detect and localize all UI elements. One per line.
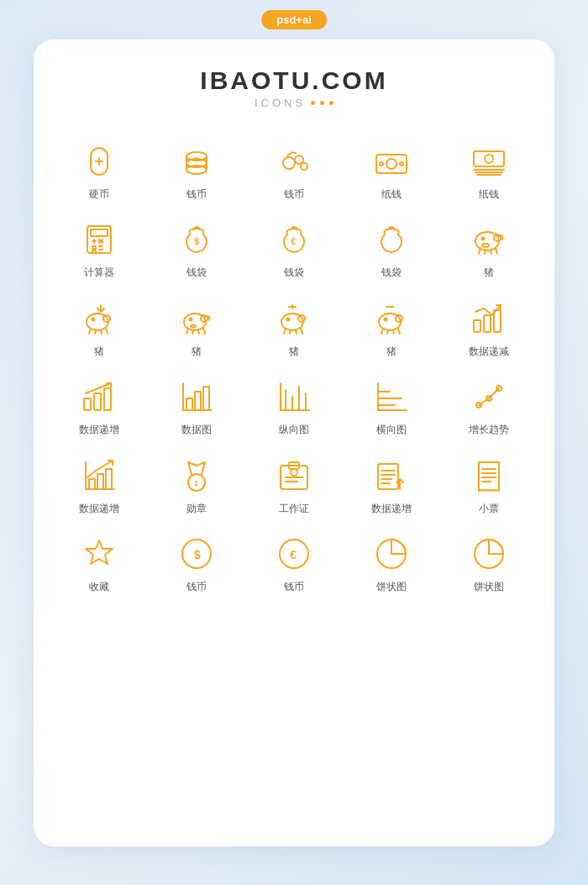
svg-rect-93	[195, 392, 201, 410]
svg-rect-114	[97, 474, 103, 489]
svg-line-62	[203, 329, 205, 334]
icon-cell-calculator: 计算器	[50, 208, 148, 287]
svg-line-79	[398, 329, 400, 334]
icon-cell-data-increase4: 数据递增	[343, 444, 440, 523]
svg-rect-22	[91, 229, 108, 236]
svg-text:1: 1	[194, 479, 198, 487]
svg-point-67	[287, 318, 290, 320]
icon-cell-pig-minus: 猪	[343, 287, 440, 366]
icon-cell-data-increase2: 数据递增	[50, 365, 148, 444]
svg-line-71	[301, 329, 302, 334]
svg-line-77	[387, 330, 388, 334]
svg-line-53	[106, 329, 108, 334]
svg-rect-16	[474, 151, 504, 166]
svg-line-109	[479, 398, 489, 405]
svg-rect-87	[104, 388, 111, 410]
svg-text:€: €	[291, 236, 296, 246]
icon-cell-receipt: 小票	[440, 444, 538, 523]
icon-cell-coin-slot: 硬币	[50, 129, 148, 208]
icon-cell-data-decrease: 数据递减	[440, 287, 538, 366]
svg-point-75	[385, 318, 387, 320]
svg-line-59	[186, 329, 188, 334]
card-subtitle: ICONS	[255, 97, 333, 109]
icon-cell-moneybag-euro: € 钱袋	[245, 208, 343, 287]
svg-line-70	[296, 330, 297, 334]
icon-cell-piggy-plain: 猪	[440, 208, 538, 287]
svg-line-43	[491, 250, 491, 254]
svg-text:€: €	[290, 548, 297, 561]
svg-line-44	[496, 248, 497, 254]
svg-rect-125	[378, 464, 398, 489]
svg-point-58	[190, 318, 192, 320]
icon-cell-euro-circle: € 钱币	[245, 522, 343, 601]
icon-cell-bar-chart: 数据图	[148, 365, 245, 444]
svg-point-10	[295, 155, 303, 164]
icon-cell-coins-stack: $ 钱币	[148, 129, 245, 208]
svg-line-78	[393, 330, 394, 334]
svg-point-124	[291, 469, 297, 476]
svg-line-68	[284, 329, 286, 334]
icon-cell-dollar-circle: $ 钱币	[148, 522, 245, 601]
format-badge: psd+ai	[261, 10, 327, 29]
icon-cell-pig-plain2: 猪	[148, 287, 245, 366]
svg-rect-80	[474, 320, 480, 332]
icon-cell-work-id: 工作证	[245, 444, 343, 523]
icon-cell-moneybag-plain: 钱袋	[343, 208, 440, 287]
icon-cell-pie-chart1: 饼状图	[343, 522, 440, 601]
svg-point-54	[92, 318, 95, 320]
svg-rect-94	[203, 387, 209, 410]
svg-line-61	[198, 330, 199, 334]
icon-cell-moneybag-dollar: $ 钱袋	[148, 208, 245, 287]
svg-point-39	[482, 244, 489, 247]
svg-marker-135	[86, 540, 113, 564]
icon-cell-bill1: 纸钱	[343, 129, 440, 208]
svg-rect-85	[84, 398, 91, 410]
svg-line-60	[192, 330, 193, 334]
icon-cell-pie-chart2: 饼状图	[440, 522, 538, 601]
svg-text:$: $	[194, 236, 199, 246]
svg-rect-81	[484, 315, 491, 332]
icon-cell-coins-fly: 钱币	[245, 129, 343, 208]
svg-point-11	[301, 163, 307, 170]
icon-cell-star: 收藏	[50, 522, 148, 601]
icon-cell-growth-trend: 增长趋势	[440, 365, 538, 444]
svg-point-57	[191, 324, 196, 327]
svg-line-52	[101, 330, 102, 334]
svg-point-40	[482, 238, 485, 240]
svg-text:$: $	[194, 548, 201, 561]
icon-cell-horizontal-chart: 横向图	[343, 365, 440, 444]
icon-cell-pig-plus: 猪	[245, 287, 343, 366]
svg-point-14	[380, 162, 383, 166]
svg-rect-113	[89, 479, 95, 489]
svg-rect-92	[186, 398, 192, 410]
icon-cell-medal: 1 勋章	[148, 444, 245, 523]
svg-line-50	[89, 329, 91, 334]
svg-line-42	[485, 250, 486, 254]
svg-point-15	[400, 162, 403, 166]
icon-cell-vertical-chart: 纵向图	[245, 365, 343, 444]
svg-line-51	[95, 330, 96, 334]
svg-line-76	[381, 329, 383, 334]
icons-grid: 硬币 $ 钱币	[50, 129, 538, 602]
svg-point-13	[386, 159, 396, 169]
icon-cell-bills-stack: 纸钱	[440, 129, 538, 208]
svg-rect-115	[106, 469, 112, 489]
svg-text:$: $	[194, 155, 198, 163]
svg-rect-12	[376, 155, 407, 173]
svg-rect-86	[94, 393, 101, 410]
icon-cell-data-increase3: 数据递增	[50, 444, 148, 523]
svg-line-69	[290, 330, 291, 334]
card-title: IBAOTU.COM	[200, 66, 387, 95]
svg-line-110	[489, 388, 499, 398]
svg-point-20	[485, 155, 493, 163]
icon-card: IBAOTU.COM ICONS 硬币	[34, 40, 554, 846]
icon-cell-pig-arrow-down: 猪	[50, 287, 148, 366]
svg-point-9	[283, 157, 295, 169]
svg-rect-82	[494, 310, 501, 332]
